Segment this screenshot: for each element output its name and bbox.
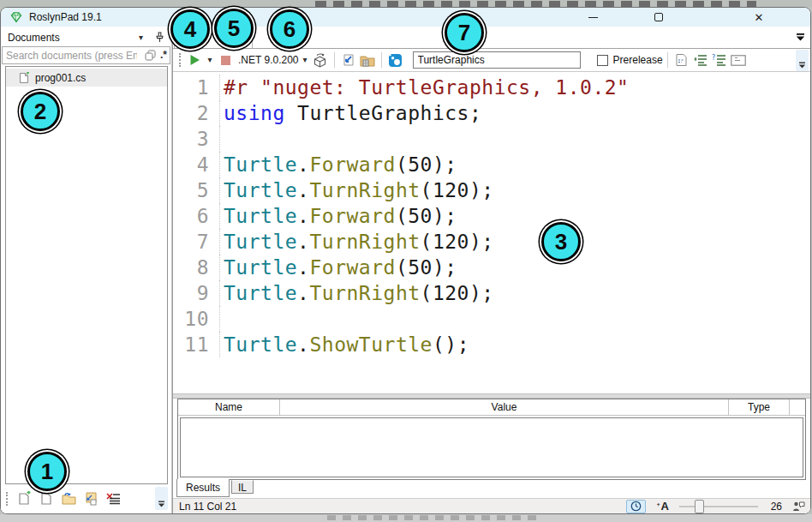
results-grid-body[interactable] (180, 417, 803, 477)
framework-caret-icon: ▾ (303, 56, 307, 64)
save-all-button[interactable] (81, 489, 101, 508)
column-header-extra (790, 399, 805, 415)
font-size-value: 26 (768, 501, 782, 513)
code-text: Turtle.TurnRight(120); (219, 177, 494, 203)
code-text: Turtle.TurnRight(120); (219, 229, 494, 255)
comment-selection-icon[interactable]: ? (710, 51, 729, 70)
save-button[interactable] (339, 51, 358, 70)
background-text-fragments (327, 515, 541, 520)
annotation-circle-3: 3 (541, 222, 581, 261)
documents-panel-title: Documents (8, 32, 60, 44)
documents-toolbar (1, 485, 171, 513)
window-title: RoslynPad 19.1 (29, 11, 102, 23)
code-line: 11Turtle.ShowTurtle(); (173, 332, 810, 357)
framework-selector[interactable]: .NET 9.0.200 ▾ (235, 54, 311, 66)
annotation-circle-2: 2 (21, 92, 60, 131)
maximize-button[interactable] (645, 8, 672, 27)
code-line: 8Turtle.Forward(50); (173, 255, 810, 280)
close-icon: ✕ (755, 11, 764, 24)
status-bar: Ln 11 Col 21 ⁺A 26 (173, 498, 810, 513)
separator (667, 52, 668, 68)
toolbar-overflow-button[interactable] (796, 50, 809, 71)
column-header-name[interactable]: Name (178, 399, 279, 415)
tab-results[interactable]: Results (176, 479, 230, 497)
titlebar: RoslynPad 19.1 ✕ (1, 8, 810, 27)
prerelease-checkbox[interactable] (597, 55, 608, 66)
code-line: 9Turtle.TurnRight(120); (173, 280, 810, 306)
line-number: 11 (173, 332, 209, 357)
toolbar-grip[interactable] (6, 492, 9, 506)
column-header-value[interactable]: Value (280, 399, 728, 415)
code-text: Turtle.TurnRight(120); (219, 280, 494, 306)
toolbar-overflow-button[interactable] (155, 487, 168, 510)
code-line: 7Turtle.TurnRight(120); (173, 229, 810, 255)
open-file-button[interactable] (59, 489, 79, 508)
documents-search: .* (2, 46, 170, 65)
brackets-box-icon[interactable] (729, 51, 748, 70)
clock-button[interactable] (626, 500, 646, 513)
slider-thumb[interactable] (695, 500, 704, 513)
column-header-type[interactable]: Type (729, 399, 789, 415)
pin-icon[interactable] (155, 32, 164, 43)
line-number: 1 (173, 75, 209, 100)
copy-icon[interactable] (145, 50, 156, 61)
close-button[interactable]: ✕ (745, 8, 773, 27)
line-number: 3 (173, 126, 209, 152)
new-script-button[interactable] (37, 489, 57, 508)
code-text: #r "nuget: TurtleGraphics, 1.0.2" (219, 75, 629, 100)
code-lines: 1#r "nuget: TurtleGraphics, 1.0.2"2using… (173, 75, 810, 357)
code-line: 2using TurtleGraphics; (173, 100, 810, 126)
slider-track[interactable] (679, 506, 758, 507)
line-number: 6 (173, 203, 209, 229)
line-number: 8 (173, 255, 209, 280)
tab-il[interactable]: IL (231, 480, 254, 494)
separator (334, 52, 335, 68)
documents-list: prog001.cs (5, 66, 168, 484)
regex-icon[interactable]: .* (160, 49, 167, 61)
line-number: 7 (173, 229, 209, 255)
maximize-icon (654, 13, 663, 21)
roslynpad-window: RoslynPad 19.1 ✕ Documents ▾ (0, 7, 811, 514)
open-build-folder-icon[interactable] (358, 51, 377, 70)
document-item[interactable]: prog001.cs (6, 69, 167, 87)
font-size-slider[interactable] (679, 500, 758, 513)
code-line: 10 (173, 306, 810, 332)
code-line: 6Turtle.Forward(50); (173, 203, 810, 229)
framework-label: .NET 9.0.200 (238, 54, 299, 66)
prerelease-option: Prerelease (597, 54, 663, 66)
results-tabs: Results IL (173, 480, 810, 498)
format-selection-icon[interactable] (691, 51, 710, 70)
tabstrip-overflow-icon[interactable] (796, 33, 805, 41)
code-line: 5Turtle.TurnRight(120); (173, 177, 810, 203)
new-document-button[interactable] (15, 489, 34, 508)
code-text: Turtle.Forward(50); (219, 255, 457, 280)
nuget-search-input[interactable] (413, 51, 581, 69)
main-toolbar: ▾ .NET 9.0.200 ▾ (173, 48, 810, 72)
csharp-file-icon (19, 72, 30, 84)
separator (381, 52, 382, 68)
clock-icon (630, 501, 642, 512)
documents-menu-caret-icon[interactable]: ▾ (139, 33, 143, 42)
minimize-button[interactable] (579, 8, 606, 27)
minimize-icon (588, 17, 598, 18)
package-restore-icon[interactable] (311, 51, 330, 70)
editor-dock: ▾ .NET 9.0.200 ▾ (172, 27, 810, 513)
format-document-icon[interactable] (672, 51, 691, 70)
document-tabstrip (173, 27, 810, 48)
nuget-icon[interactable] (386, 51, 405, 70)
results-grid-header: Name Value Type (178, 399, 805, 416)
code-line: 4Turtle.Forward(50); (173, 152, 810, 177)
run-button[interactable] (185, 51, 204, 70)
code-editor[interactable]: 1#r "nuget: TurtleGraphics, 1.0.2"2using… (173, 72, 810, 393)
code-text: Turtle.ShowTurtle(); (219, 332, 469, 357)
document-name: prog001.cs (35, 72, 86, 84)
caret-position-label: Ln 11 Col 21 (179, 501, 236, 513)
stop-button[interactable] (216, 51, 235, 70)
feedback-icon[interactable] (792, 501, 805, 512)
code-text (219, 306, 236, 332)
documents-panel-header: Documents ▾ (1, 28, 171, 46)
close-document-button[interactable] (104, 489, 123, 508)
run-options-caret-icon[interactable]: ▾ (204, 51, 216, 70)
toolbar-grip[interactable] (179, 53, 182, 67)
font-size-icon[interactable]: ⁺A (656, 500, 669, 513)
